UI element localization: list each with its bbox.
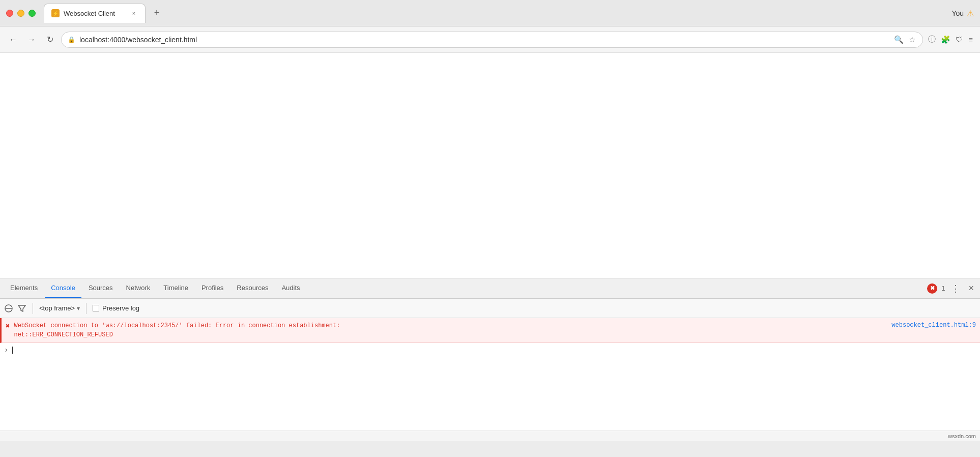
tab-resources[interactable]: Resources bbox=[230, 278, 274, 298]
devtools-close-button[interactable]: × bbox=[966, 283, 976, 294]
devtools-toolbar: Elements Console Sources Network Timelin… bbox=[0, 278, 980, 299]
console-prompt-icon[interactable]: › bbox=[4, 346, 8, 354]
separator2 bbox=[86, 303, 87, 314]
error-line1: WebSocket connection to 'ws://localhost:… bbox=[14, 321, 887, 330]
tab-audits[interactable]: Audits bbox=[275, 278, 306, 298]
error-count: 1 bbox=[941, 284, 945, 292]
active-tab[interactable]: ⚡ Websocket Client × bbox=[44, 4, 146, 23]
tab-elements[interactable]: Elements bbox=[4, 278, 44, 298]
user-area: You ⚠ bbox=[952, 8, 974, 18]
tab-sources[interactable]: Sources bbox=[82, 278, 119, 298]
frame-dropdown-icon: ▾ bbox=[77, 305, 80, 312]
error-badge: ✖ bbox=[927, 283, 937, 294]
devtools-panel: Elements Console Sources Network Timelin… bbox=[0, 278, 980, 431]
browser-content bbox=[0, 53, 980, 278]
devtools-more-button[interactable]: ⋮ bbox=[949, 283, 962, 294]
frame-selector[interactable]: <top frame> ▾ bbox=[39, 304, 80, 312]
tab-network[interactable]: Network bbox=[120, 278, 157, 298]
user-warning-icon: ⚠ bbox=[967, 8, 974, 18]
console-toolbar: <top frame> ▾ Preserve log bbox=[0, 299, 980, 318]
separator bbox=[33, 303, 33, 314]
address-input[interactable] bbox=[79, 36, 889, 44]
console-cursor bbox=[12, 347, 13, 354]
filter-button[interactable] bbox=[17, 304, 26, 313]
shield-icon[interactable]: 🛡 bbox=[955, 34, 964, 45]
tab-profiles[interactable]: Profiles bbox=[195, 278, 229, 298]
console-clear-button[interactable] bbox=[4, 304, 13, 313]
minimize-window-button[interactable] bbox=[17, 10, 24, 17]
address-bar[interactable]: 🔒 🔍 ☆ bbox=[61, 32, 923, 48]
tab-bar: ⚡ Websocket Client × + bbox=[44, 4, 974, 23]
title-bar: ⚡ Websocket Client × + You ⚠ bbox=[0, 0, 980, 26]
console-content: ✖ WebSocket connection to 'ws://localhos… bbox=[0, 318, 980, 431]
console-input-row: › bbox=[0, 343, 980, 357]
preserve-log-text: Preserve log bbox=[102, 304, 139, 312]
bookmark-icon[interactable]: ☆ bbox=[908, 34, 916, 45]
search-icon[interactable]: 🔍 bbox=[893, 34, 905, 45]
tab-favicon: ⚡ bbox=[51, 9, 60, 17]
new-tab-button[interactable]: + bbox=[149, 5, 165, 21]
status-text: wsxdn.com bbox=[948, 433, 976, 439]
nav-bar: ← → ↻ 🔒 🔍 ☆ ⓘ 🧩 🛡 ≡ bbox=[0, 26, 980, 53]
back-button[interactable]: ← bbox=[6, 33, 20, 47]
console-error-message: WebSocket connection to 'ws://localhost:… bbox=[14, 321, 887, 339]
filter-icon bbox=[18, 304, 26, 312]
page-info-icon[interactable]: ⓘ bbox=[927, 34, 937, 45]
tab-close-button[interactable]: × bbox=[130, 9, 138, 17]
no-entry-icon bbox=[5, 304, 13, 312]
tab-timeline[interactable]: Timeline bbox=[157, 278, 194, 298]
address-security-icon: 🔒 bbox=[68, 36, 75, 43]
maximize-window-button[interactable] bbox=[28, 10, 36, 17]
close-window-button[interactable] bbox=[6, 10, 13, 17]
console-error-link[interactable]: websocket_client.html:9 bbox=[891, 322, 976, 329]
error-icon: ✖ bbox=[6, 322, 10, 330]
reload-button[interactable]: ↻ bbox=[43, 33, 57, 47]
extensions-icon[interactable]: 🧩 bbox=[940, 34, 952, 45]
forward-button[interactable]: → bbox=[24, 33, 39, 47]
error-line2: net::ERR_CONNECTION_REFUSED bbox=[14, 330, 887, 339]
traffic-lights bbox=[6, 10, 36, 17]
devtools-right: ✖ 1 ⋮ × bbox=[927, 283, 976, 294]
console-error-row: ✖ WebSocket connection to 'ws://localhos… bbox=[0, 318, 980, 343]
preserve-log-checkbox[interactable] bbox=[93, 305, 99, 311]
nav-right: ⓘ 🧩 🛡 ≡ bbox=[927, 34, 974, 45]
address-actions: 🔍 ☆ bbox=[893, 34, 916, 45]
error-badge-icon: ✖ bbox=[930, 285, 935, 292]
svg-marker-2 bbox=[18, 305, 25, 311]
user-label: You bbox=[952, 9, 964, 17]
status-bar: wsxdn.com bbox=[0, 431, 980, 441]
preserve-log-label[interactable]: Preserve log bbox=[93, 304, 139, 312]
tab-title: Websocket Client bbox=[64, 10, 115, 17]
frame-selector-label: <top frame> bbox=[39, 304, 75, 312]
tab-console[interactable]: Console bbox=[45, 278, 81, 298]
menu-icon[interactable]: ≡ bbox=[967, 34, 974, 45]
